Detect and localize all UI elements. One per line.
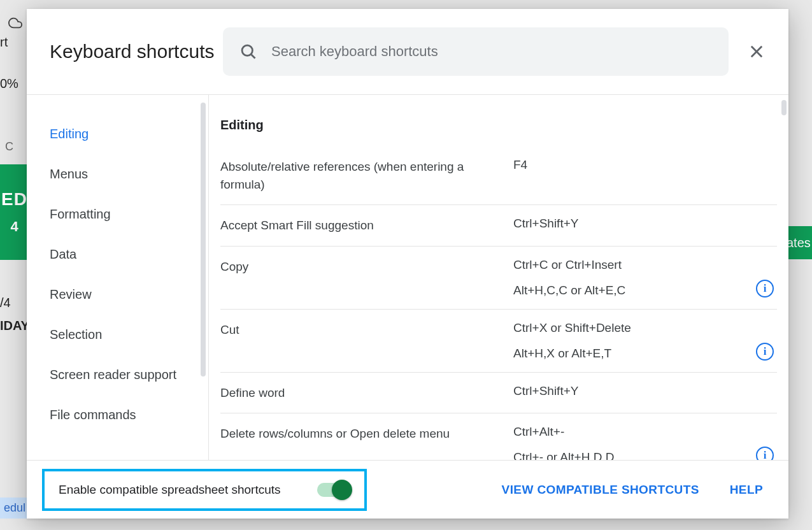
content-scrollbar[interactable] (781, 100, 787, 115)
dialog-body: EditingMenusFormattingDataReviewSelectio… (27, 95, 788, 460)
help-button[interactable]: HELP (730, 483, 763, 497)
compatible-shortcuts-toggle-label: Enable compatible spreadsheet shortcuts (59, 483, 317, 497)
cloud-save-icon (6, 16, 24, 32)
search-icon (239, 43, 257, 61)
shortcuts-content: Editing Absolute/relative references (wh… (209, 95, 788, 460)
sidebar-item-file-commands[interactable]: File commands (27, 395, 208, 435)
shortcut-name: Delete rows/columns or Open delete menu (220, 425, 506, 443)
bg-right-fragment: ates (785, 226, 812, 259)
close-button[interactable] (743, 38, 771, 66)
shortcut-keys: Ctrl+X or Shift+DeleteAlt+H,X or Alt+E,T (513, 321, 745, 361)
sidebar-item-data[interactable]: Data (27, 234, 208, 275)
category-sidebar: EditingMenusFormattingDataReviewSelectio… (27, 95, 209, 460)
sidebar-item-editing[interactable]: Editing (27, 114, 208, 154)
bg-text: rt (0, 35, 8, 50)
shortcut-row: CopyCtrl+C or Ctrl+InsertAlt+H,C,C or Al… (220, 247, 777, 310)
highlighted-toggle-area: Enable compatible spreadsheet shortcuts (42, 469, 367, 511)
sidebar-item-review[interactable]: Review (27, 275, 208, 315)
shortcut-keys: Ctrl+Shift+Y (513, 217, 745, 231)
toggle-knob (332, 480, 352, 500)
shortcut-name: Cut (220, 321, 506, 339)
shortcut-row: Accept Smart Fill suggestionCtrl+Shift+Y (220, 205, 777, 247)
shortcut-name: Absolute/relative references (when enter… (220, 158, 506, 193)
search-field-wrap[interactable] (223, 27, 729, 76)
bg-header-fragment: ED 4 (0, 164, 29, 260)
shortcut-info-slot: i (753, 280, 777, 297)
shortcut-name: Accept Smart Fill suggestion (220, 217, 506, 234)
info-icon[interactable]: i (756, 343, 774, 361)
shortcut-row: Absolute/relative references (when enter… (220, 147, 777, 205)
bg-frac: /4 (0, 296, 11, 310)
shortcut-info-slot: i (753, 447, 777, 460)
svg-line-1 (252, 55, 255, 59)
section-title: Editing (220, 118, 777, 132)
dialog-footer: Enable compatible spreadsheet shortcuts … (27, 460, 788, 519)
shortcut-row: CutCtrl+X or Shift+DeleteAlt+H,X or Alt+… (220, 310, 777, 373)
sidebar-item-screen-reader-support[interactable]: Screen reader support (27, 355, 208, 395)
shortcut-info-slot: i (753, 343, 777, 361)
sidebar-scrollbar[interactable] (201, 103, 206, 376)
shortcut-row: Define wordCtrl+Shift+Y (220, 373, 777, 414)
shortcut-keys: F4 (513, 158, 745, 172)
view-compatible-shortcuts-button[interactable]: VIEW COMPATIBLE SHORTCUTS (502, 483, 699, 497)
shortcut-name: Copy (220, 258, 506, 276)
close-icon (748, 43, 766, 61)
shortcut-row: Delete rows/columns or Open delete menuC… (220, 413, 777, 460)
search-input[interactable] (271, 43, 712, 60)
bg-sheet-tab: edul (0, 498, 29, 519)
sidebar-item-formatting[interactable]: Formatting (27, 194, 208, 234)
sidebar-item-menus[interactable]: Menus (27, 154, 208, 194)
shortcut-keys: Ctrl+Shift+Y (513, 384, 745, 398)
compatible-shortcuts-toggle[interactable] (317, 483, 350, 497)
shortcut-name: Define word (220, 384, 506, 402)
shortcut-keys: Ctrl+C or Ctrl+InsertAlt+H,C,C or Alt+E,… (513, 258, 745, 297)
info-icon[interactable]: i (756, 280, 774, 297)
sidebar-item-selection[interactable]: Selection (27, 315, 208, 355)
bg-day: IDAY (0, 319, 29, 333)
dialog-header: Keyboard shortcuts (27, 9, 788, 95)
svg-point-0 (242, 45, 252, 55)
bg-zoom: 0% (0, 76, 18, 91)
bg-cell-ref: C (5, 140, 13, 154)
keyboard-shortcuts-dialog: Keyboard shortcuts EditingMenusFormattin… (27, 9, 788, 519)
dialog-title: Keyboard shortcuts (50, 41, 223, 62)
shortcut-keys: Ctrl+Alt+-Ctrl+- or Alt+H,D,D (513, 425, 745, 460)
info-icon[interactable]: i (756, 447, 774, 460)
